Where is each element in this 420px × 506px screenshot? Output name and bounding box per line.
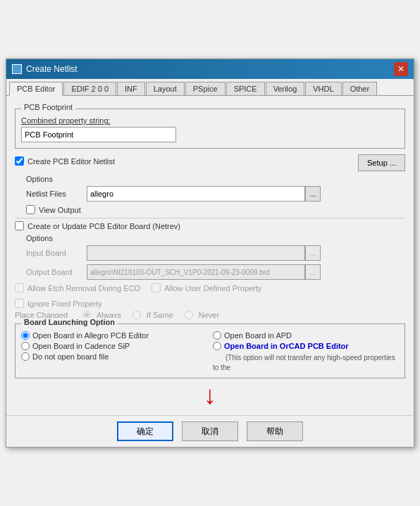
place-changed-ifsame-label: If Same [147, 311, 173, 319]
output-board-input-group: ... [87, 264, 321, 280]
title-bar: Create Netlist ✕ [6, 59, 414, 79]
tab-inf[interactable]: INF [117, 82, 145, 95]
board-note: (This option will not transfer any high-… [213, 352, 399, 372]
setup-button[interactable]: Setup ... [358, 154, 405, 171]
place-changed-never: Never [185, 311, 219, 319]
no-open-radio[interactable] [21, 352, 30, 361]
cancel-button[interactable]: 取消 [182, 421, 238, 441]
board-launch-col-right: Open Board in APD Open Board in OrCAD PC… [213, 331, 399, 372]
create-update-checkbox[interactable] [15, 221, 24, 230]
tab-layout[interactable]: Layout [146, 82, 185, 95]
view-output-row: View Output [26, 205, 405, 214]
confirm-button[interactable]: 确定 [117, 421, 173, 441]
board-launching-options: Open Board in Allegro PCB Editor Open Bo… [21, 331, 399, 372]
cadence-sip-row: Open Board in Cadence SiP [21, 342, 207, 350]
create-netlist-checkbox[interactable] [15, 156, 24, 166]
orcad-pcb-radio[interactable] [213, 342, 221, 350]
create-update-label: Create or Update PCB Editor Board (Netre… [27, 222, 180, 230]
allow-user-row: Allow User Defined Property [152, 283, 261, 292]
options2-label: Options [26, 234, 405, 242]
view-output-checkbox[interactable] [26, 205, 35, 214]
create-update-row: Create or Update PCB Editor Board (Netre… [15, 221, 405, 230]
allegro-pcb-row: Open Board in Allegro PCB Editor [21, 331, 207, 340]
netlist-files-row: Netlist Files ... [26, 186, 405, 202]
tab-edif[interactable]: EDIF 2 0 0 [63, 82, 116, 95]
ignore-fixed-row: Ignore Fixed Property [15, 299, 405, 308]
red-arrow-icon: ↓ [204, 383, 216, 408]
board-note-text: (This option will not transfer any high-… [213, 354, 395, 371]
cadence-sip-label: Open Board in Cadence SiP [32, 342, 130, 350]
no-open-label: Do not open board file [32, 352, 109, 361]
create-netlist-row: Create PCB Editor Netlist Setup ... [15, 154, 405, 171]
place-changed-ifsame-radio [132, 311, 141, 319]
cadence-sip-radio[interactable] [21, 342, 30, 350]
allow-user-checkbox [152, 283, 161, 292]
tab-content: PCB Footprint Combined property string: … [6, 96, 414, 415]
tab-verilog[interactable]: Verilog [266, 82, 305, 95]
apd-label: Open Board in APD [224, 331, 292, 340]
netlist-files-input[interactable] [87, 186, 305, 202]
combined-property-input[interactable] [21, 127, 176, 142]
window-icon [12, 64, 22, 74]
main-window: Create Netlist ✕ PCB Editor EDIF 2 0 0 I… [6, 58, 414, 448]
allegro-pcb-radio[interactable] [21, 331, 30, 340]
options2-section: Input Board ... Output Board ... [26, 245, 405, 280]
place-changed-never-label: Never [199, 311, 219, 319]
allow-etch-row: Allow Etch Removal During ECO [15, 283, 140, 292]
tab-other[interactable]: Other [342, 82, 378, 95]
allegro-pcb-label: Open Board in Allegro PCB Editor [32, 331, 149, 340]
tab-pcb-editor[interactable]: PCB Editor [9, 82, 63, 96]
place-changed-never-radio [185, 311, 193, 319]
orcad-pcb-label: Open Board in OrCAD PCB Editor [224, 342, 349, 350]
pcb-footprint-label: PCB Footprint [21, 103, 75, 111]
netlist-files-input-group: ... [87, 186, 321, 202]
tab-pspice[interactable]: PSpice [185, 82, 226, 95]
place-changed-ifsame: If Same [132, 311, 173, 319]
arrow-container: ↓ [15, 383, 405, 408]
tab-vhdl[interactable]: VHDL [305, 82, 341, 95]
help-button[interactable]: 帮助 [247, 421, 303, 441]
input-board-input-group: ... [87, 245, 321, 261]
checkbox-options-row: Allow Etch Removal During ECO Allow User… [15, 283, 405, 296]
bottom-bar: 确定 取消 帮助 [6, 415, 414, 447]
allow-user-label: Allow User Defined Property [164, 284, 261, 292]
no-open-row: Do not open board file [21, 352, 207, 361]
allow-etch-label: Allow Etch Removal During ECO [27, 284, 140, 292]
output-board-browse: ... [305, 264, 321, 280]
separator1 [15, 218, 405, 218]
board-launching-label: Board Launching Option [21, 318, 118, 326]
create-netlist-checkbox-row: Create PCB Editor Netlist [15, 156, 115, 166]
pcb-footprint-group: PCB Footprint Combined property string: [15, 109, 405, 149]
netlist-files-browse[interactable]: ... [305, 186, 321, 202]
board-launch-col-left: Open Board in Allegro PCB Editor Open Bo… [21, 331, 207, 372]
output-board-row: Output Board ... [26, 264, 405, 280]
ignore-fixed-checkbox [15, 299, 24, 308]
apd-radio[interactable] [213, 331, 221, 340]
window-title: Create Netlist [26, 64, 78, 74]
apd-row: Open Board in APD [213, 331, 399, 340]
title-bar-left: Create Netlist [12, 64, 78, 74]
input-board-row: Input Board ... [26, 245, 405, 261]
combined-property-label: Combined property string: [21, 116, 399, 125]
tab-spice[interactable]: SPICE [226, 82, 265, 95]
input-board-input [87, 245, 305, 261]
ignore-fixed-label: Ignore Fixed Property [27, 300, 102, 308]
netlist-files-label: Netlist Files [26, 190, 82, 198]
allow-etch-checkbox [15, 283, 24, 292]
input-board-label: Input Board [26, 249, 82, 257]
options-label: Options [26, 175, 405, 183]
close-button[interactable]: ✕ [394, 62, 408, 76]
output-board-input [87, 264, 305, 280]
options-section: Netlist Files ... View Output [26, 186, 405, 214]
tab-bar: PCB Editor EDIF 2 0 0 INF Layout PSpice … [6, 79, 414, 96]
board-launching-group: Board Launching Option Open Board in All… [15, 323, 405, 378]
orcad-pcb-row: Open Board in OrCAD PCB Editor [213, 342, 399, 350]
output-board-label: Output Board [26, 268, 82, 276]
input-board-browse: ... [305, 245, 321, 261]
view-output-label: View Output [39, 206, 81, 214]
create-netlist-label: Create PCB Editor Netlist [27, 157, 115, 166]
